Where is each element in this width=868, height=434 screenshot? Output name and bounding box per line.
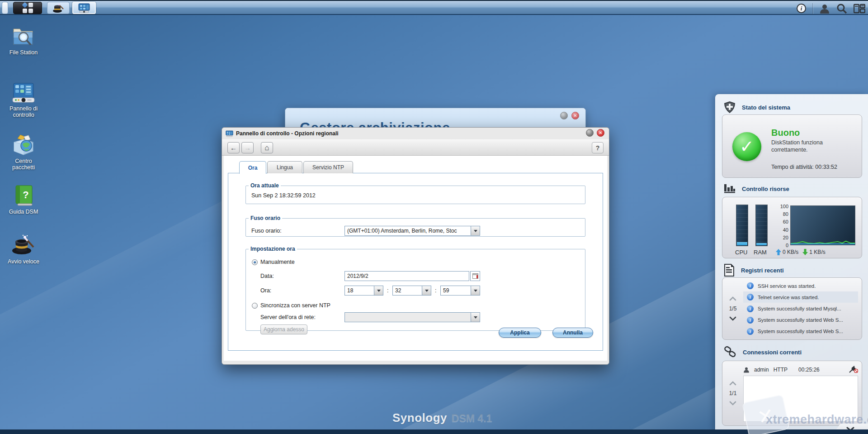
logs-page-indicator: 1/5 [729,305,737,312]
time-setting-legend: Impostazione ora [249,246,297,252]
connection-protocol: HTTP [774,367,788,373]
timezone-legend: Fuso orario [249,215,282,221]
network-legend: 0 KB/s 1 KB/s [776,249,826,255]
time-label: Ora: [260,287,271,294]
apply-button[interactable]: Applica [499,328,541,338]
timezone-select[interactable]: (GMT+01:00) Amsterdam, Berlin, Rome, Sto… [344,226,480,236]
dialog-titlebar[interactable]: Pannello di controllo - Opzioni regional… [222,128,609,139]
update-now-button[interactable]: Aggiorna adesso [260,324,307,334]
log-row[interactable]: i SSH service was started. [743,280,858,291]
recent-logs-box: 1/5 i SSH service was started. i Telnet … [722,277,862,340]
ram-label: RAM [754,249,767,256]
user-icon[interactable] [819,3,830,14]
connections-box: 1/1 admin HTTP 00:25:26 [722,361,862,426]
desktop-icon-control-panel[interactable]: Pannello di controllo [4,82,43,119]
log-row[interactable]: i System successfully started Web S... [743,315,858,326]
info-icon[interactable]: i [797,4,806,13]
info-icon: i [747,282,754,289]
bar-chart-icon [724,183,736,194]
desktop-bottom-strip [0,429,868,434]
current-time-fieldset: Ora attuale Sun Sep 2 18:32:59 2012 [245,182,585,204]
pilot-view-icon[interactable] [854,4,865,14]
log-row[interactable]: i System successfully started Mysql... [743,303,858,314]
ntp-server-select[interactable] [344,312,480,322]
show-desktop-button[interactable] [2,2,8,14]
connection-user: admin [754,367,769,373]
status-text: Buono [771,128,800,138]
current-time-value: Sun Sep 2 18:32:59 2012 [251,192,316,199]
desktop-icon-package-center[interactable]: Centro pacchetti [4,134,43,171]
manual-radio-label[interactable]: Manualmente [260,259,295,265]
system-status-header: Stato del sistema [724,101,790,114]
close-icon[interactable]: ✕ [597,129,604,137]
quick-start-taskbar-button[interactable] [47,2,70,14]
home-button[interactable]: ⌂ [261,142,273,153]
chevron-down-icon [422,286,431,295]
file-station-icon [4,25,43,47]
desktop-icon-quick-start[interactable]: Avvio veloce [4,234,43,265]
log-row[interactable]: i Telnet service was started. [743,291,858,303]
disconnect-icon[interactable] [849,366,858,374]
desktop-icon-label: Centro pacchetti [4,158,43,171]
hour-select[interactable]: 18 [344,286,383,296]
dsm-version: DSM 4.1 [452,412,492,424]
manual-radio[interactable] [252,259,258,265]
forward-button[interactable]: → [241,142,254,153]
tab-servizio-ntp[interactable]: Servizio NTP [303,161,353,173]
tab-ora[interactable]: Ora [239,161,266,174]
cancel-button[interactable]: Annulla [552,328,593,338]
minute-select[interactable]: 32 [392,286,431,296]
calendar-picker-button[interactable] [470,271,480,281]
taskbar: i [0,0,868,15]
desktop-icon-file-station[interactable]: File Station [4,25,43,56]
ntp-server-label: Server dell'ora di rete: [260,314,316,320]
connections-page-indicator: 1/1 [729,390,737,396]
page-down-icon[interactable] [729,401,736,405]
date-input[interactable] [344,271,469,281]
info-icon: i [747,294,754,300]
connection-duration: 00:25:26 [798,367,820,373]
desktop-icon-dsm-help[interactable]: ? Guida DSM [4,185,43,215]
second-select[interactable]: 59 [440,286,480,296]
help-button[interactable]: ? [592,142,604,153]
synology-logo: Synology [392,411,447,425]
network-graph-axis: 100 80 60 40 20 0 [775,203,788,249]
chain-link-icon [724,346,736,358]
ntp-radio[interactable] [252,303,258,309]
taskbar-separator [812,3,813,14]
main-menu-icon [23,3,33,13]
log-row[interactable]: i System successfully started Web S... [743,326,858,337]
connection-row[interactable]: admin HTTP 00:25:26 [743,364,858,376]
status-message: DiskStation funziona correttamente. [771,139,853,153]
connections-header: Connessioni correnti [724,346,802,358]
close-icon[interactable]: ✕ [571,112,579,119]
status-ok-icon: ✓ [732,132,761,161]
cpu-gauge [736,205,748,246]
time-setting-fieldset: Impostazione ora Manualmente Data: Ora: … [245,246,585,331]
page-up-icon[interactable] [729,381,736,386]
cpu-label: CPU [735,249,747,256]
timezone-label: Fuso orario: [251,228,282,234]
desktop-icon-label: File Station [4,49,43,56]
resource-monitor-header: Controllo risorse [724,183,789,194]
page-up-icon[interactable] [729,296,736,301]
minimize-button[interactable] [560,112,568,119]
uptime-text: Tempo di attività: 00:33:52 [771,164,837,170]
ntp-radio-label[interactable]: Sincronizza con server NTP [260,302,330,309]
dsm-help-icon: ? [4,185,43,206]
main-menu-button[interactable] [13,2,42,14]
control-panel-icon [4,82,43,103]
info-icon: i [747,328,754,335]
desktop: i File Station [0,0,868,434]
search-icon[interactable] [836,3,847,14]
log-list: i SSH service was started. i Telnet serv… [743,280,858,337]
desktop-icon-label: Pannello di controllo [4,105,43,119]
tab-lingua[interactable]: Lingua [267,161,302,173]
page-down-icon[interactable] [729,316,736,321]
upload-arrow-icon [776,249,781,255]
chevron-down-icon [471,313,480,322]
back-button[interactable]: ← [227,142,240,153]
minimize-button[interactable] [586,129,594,137]
control-panel-task-button[interactable] [72,2,96,14]
timezone-fieldset: Fuso orario Fuso orario: (GMT+01:00) Ams… [245,215,585,237]
